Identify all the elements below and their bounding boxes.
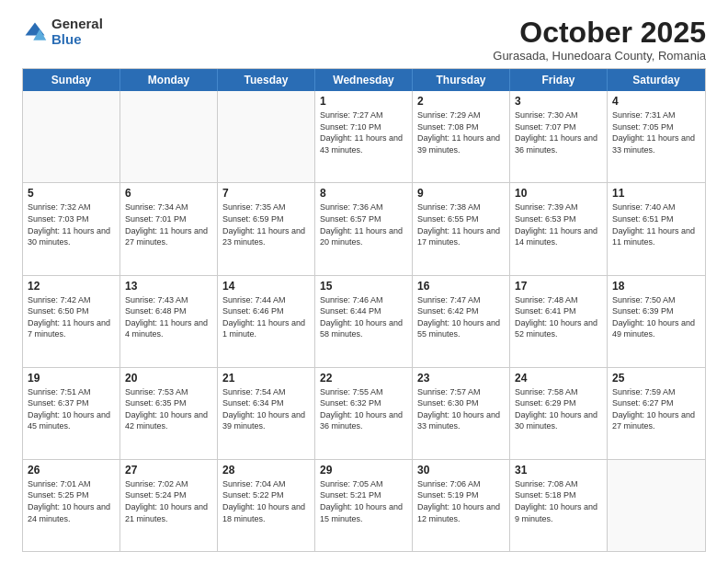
day-number: 12 (28, 280, 115, 293)
weekday-header: Sunday (23, 69, 120, 91)
day-number: 2 (417, 95, 505, 108)
day-number: 19 (28, 372, 115, 385)
day-number: 26 (28, 464, 115, 477)
calendar-row: 1Sunrise: 7:27 AMSunset: 7:10 PMDaylight… (23, 91, 705, 182)
cell-info: Sunrise: 7:43 AMSunset: 6:48 PMDaylight:… (125, 294, 212, 340)
cell-info: Sunrise: 7:32 AMSunset: 7:03 PMDaylight:… (28, 201, 115, 247)
page: General Blue October 2025 Gurasada, Hune… (0, 0, 728, 563)
cell-info: Sunrise: 7:59 AMSunset: 6:27 PMDaylight:… (612, 386, 700, 432)
cell-info: Sunrise: 7:35 AMSunset: 6:59 PMDaylight:… (222, 201, 310, 247)
day-number: 1 (320, 95, 407, 108)
weekday-header: Saturday (608, 69, 705, 91)
cell-info: Sunrise: 7:42 AMSunset: 6:50 PMDaylight:… (28, 294, 115, 340)
weekday-header: Wednesday (315, 69, 413, 91)
day-number: 31 (515, 464, 602, 477)
calendar-cell: 11Sunrise: 7:40 AMSunset: 6:51 PMDayligh… (608, 183, 705, 274)
day-number: 15 (320, 280, 407, 293)
calendar-cell: 24Sunrise: 7:58 AMSunset: 6:29 PMDayligh… (510, 368, 608, 459)
calendar-cell: 2Sunrise: 7:29 AMSunset: 7:08 PMDaylight… (413, 91, 510, 182)
cell-info: Sunrise: 7:46 AMSunset: 6:44 PMDaylight:… (320, 294, 407, 340)
cell-info: Sunrise: 7:06 AMSunset: 5:19 PMDaylight:… (417, 478, 505, 524)
calendar-cell: 26Sunrise: 7:01 AMSunset: 5:25 PMDayligh… (23, 460, 120, 551)
month-title: October 2025 (493, 17, 706, 49)
day-number: 22 (320, 372, 407, 385)
calendar-cell: 14Sunrise: 7:44 AMSunset: 6:46 PMDayligh… (218, 276, 315, 367)
day-number: 25 (612, 372, 700, 385)
cell-info: Sunrise: 7:34 AMSunset: 7:01 PMDaylight:… (125, 201, 212, 247)
day-number: 6 (125, 187, 212, 200)
day-number: 8 (320, 187, 407, 200)
calendar-cell: 19Sunrise: 7:51 AMSunset: 6:37 PMDayligh… (23, 368, 120, 459)
cell-info: Sunrise: 7:58 AMSunset: 6:29 PMDaylight:… (515, 386, 602, 432)
logo-blue: Blue (51, 32, 103, 48)
cell-info: Sunrise: 7:31 AMSunset: 7:05 PMDaylight:… (612, 109, 700, 155)
calendar-cell: 17Sunrise: 7:48 AMSunset: 6:41 PMDayligh… (510, 276, 608, 367)
calendar-cell (608, 460, 705, 551)
cell-info: Sunrise: 7:57 AMSunset: 6:30 PMDaylight:… (417, 386, 505, 432)
calendar-cell: 25Sunrise: 7:59 AMSunset: 6:27 PMDayligh… (608, 368, 705, 459)
title-area: October 2025 Gurasada, Hunedoara County,… (493, 17, 706, 63)
calendar-row: 19Sunrise: 7:51 AMSunset: 6:37 PMDayligh… (23, 367, 705, 459)
calendar-row: 5Sunrise: 7:32 AMSunset: 7:03 PMDaylight… (23, 182, 705, 274)
cell-info: Sunrise: 7:44 AMSunset: 6:46 PMDaylight:… (222, 294, 310, 340)
cell-info: Sunrise: 7:05 AMSunset: 5:21 PMDaylight:… (320, 478, 407, 524)
calendar-cell: 6Sunrise: 7:34 AMSunset: 7:01 PMDaylight… (120, 183, 218, 274)
weekday-header: Friday (510, 69, 608, 91)
calendar-cell: 23Sunrise: 7:57 AMSunset: 6:30 PMDayligh… (413, 368, 510, 459)
cell-info: Sunrise: 7:04 AMSunset: 5:22 PMDaylight:… (222, 478, 310, 524)
day-number: 5 (28, 187, 115, 200)
calendar-cell: 20Sunrise: 7:53 AMSunset: 6:35 PMDayligh… (120, 368, 218, 459)
cell-info: Sunrise: 7:36 AMSunset: 6:57 PMDaylight:… (320, 201, 407, 247)
day-number: 4 (612, 95, 700, 108)
cell-info: Sunrise: 7:55 AMSunset: 6:32 PMDaylight:… (320, 386, 407, 432)
calendar-cell: 12Sunrise: 7:42 AMSunset: 6:50 PMDayligh… (23, 276, 120, 367)
calendar-cell: 13Sunrise: 7:43 AMSunset: 6:48 PMDayligh… (120, 276, 218, 367)
calendar-cell: 3Sunrise: 7:30 AMSunset: 7:07 PMDaylight… (510, 91, 608, 182)
calendar-cell: 16Sunrise: 7:47 AMSunset: 6:42 PMDayligh… (413, 276, 510, 367)
day-number: 13 (125, 280, 212, 293)
calendar-body: 1Sunrise: 7:27 AMSunset: 7:10 PMDaylight… (23, 91, 705, 551)
calendar: SundayMondayTuesdayWednesdayThursdayFrid… (22, 68, 706, 552)
calendar-cell (23, 91, 120, 182)
calendar-cell: 10Sunrise: 7:39 AMSunset: 6:53 PMDayligh… (510, 183, 608, 274)
calendar-cell: 4Sunrise: 7:31 AMSunset: 7:05 PMDaylight… (608, 91, 705, 182)
cell-info: Sunrise: 7:30 AMSunset: 7:07 PMDaylight:… (515, 109, 602, 155)
day-number: 24 (515, 372, 602, 385)
calendar-cell: 22Sunrise: 7:55 AMSunset: 6:32 PMDayligh… (315, 368, 413, 459)
calendar-cell: 7Sunrise: 7:35 AMSunset: 6:59 PMDaylight… (218, 183, 315, 274)
logo: General Blue (22, 17, 103, 47)
day-number: 14 (222, 280, 310, 293)
cell-info: Sunrise: 7:54 AMSunset: 6:34 PMDaylight:… (222, 386, 310, 432)
weekday-header: Tuesday (218, 69, 315, 91)
calendar-cell: 9Sunrise: 7:38 AMSunset: 6:55 PMDaylight… (413, 183, 510, 274)
day-number: 11 (612, 187, 700, 200)
day-number: 3 (515, 95, 602, 108)
weekday-header: Thursday (413, 69, 510, 91)
calendar-row: 26Sunrise: 7:01 AMSunset: 5:25 PMDayligh… (23, 459, 705, 551)
calendar-cell: 8Sunrise: 7:36 AMSunset: 6:57 PMDaylight… (315, 183, 413, 274)
cell-info: Sunrise: 7:29 AMSunset: 7:08 PMDaylight:… (417, 109, 505, 155)
cell-info: Sunrise: 7:48 AMSunset: 6:41 PMDaylight:… (515, 294, 602, 340)
day-number: 28 (222, 464, 310, 477)
cell-info: Sunrise: 7:39 AMSunset: 6:53 PMDaylight:… (515, 201, 602, 247)
calendar-cell: 5Sunrise: 7:32 AMSunset: 7:03 PMDaylight… (23, 183, 120, 274)
cell-info: Sunrise: 7:27 AMSunset: 7:10 PMDaylight:… (320, 109, 407, 155)
day-number: 7 (222, 187, 310, 200)
calendar-row: 12Sunrise: 7:42 AMSunset: 6:50 PMDayligh… (23, 275, 705, 367)
header: General Blue October 2025 Gurasada, Hune… (22, 17, 706, 63)
cell-info: Sunrise: 7:51 AMSunset: 6:37 PMDaylight:… (28, 386, 115, 432)
day-number: 20 (125, 372, 212, 385)
cell-info: Sunrise: 7:08 AMSunset: 5:18 PMDaylight:… (515, 478, 602, 524)
calendar-cell (218, 91, 315, 182)
day-number: 16 (417, 280, 505, 293)
calendar-cell: 1Sunrise: 7:27 AMSunset: 7:10 PMDaylight… (315, 91, 413, 182)
calendar-cell: 31Sunrise: 7:08 AMSunset: 5:18 PMDayligh… (510, 460, 608, 551)
cell-info: Sunrise: 7:53 AMSunset: 6:35 PMDaylight:… (125, 386, 212, 432)
day-number: 17 (515, 280, 602, 293)
weekday-header: Monday (120, 69, 218, 91)
cell-info: Sunrise: 7:02 AMSunset: 5:24 PMDaylight:… (125, 478, 212, 524)
calendar-cell (120, 91, 218, 182)
cell-info: Sunrise: 7:38 AMSunset: 6:55 PMDaylight:… (417, 201, 505, 247)
calendar-cell: 29Sunrise: 7:05 AMSunset: 5:21 PMDayligh… (315, 460, 413, 551)
calendar-cell: 21Sunrise: 7:54 AMSunset: 6:34 PMDayligh… (218, 368, 315, 459)
